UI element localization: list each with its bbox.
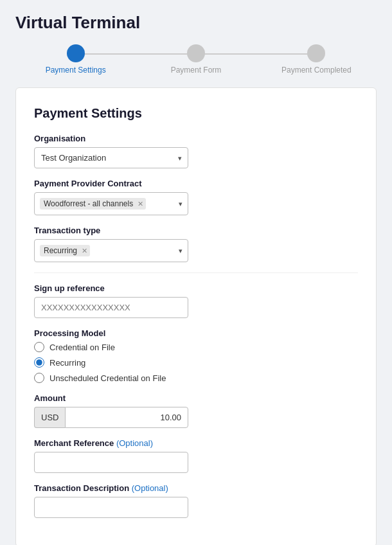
- signup-reference-input[interactable]: [34, 297, 188, 318]
- step-label-3: Payment Completed: [281, 66, 352, 75]
- transaction-description-input[interactable]: [34, 497, 188, 518]
- payment-provider-field-group: Payment Provider Contract Woodforrest - …: [34, 179, 358, 215]
- radio-unscheduled-input[interactable]: [34, 373, 44, 383]
- radio-unscheduled[interactable]: Unscheduled Credential on File: [34, 373, 358, 383]
- transaction-type-chevron-icon: ▾: [179, 247, 183, 255]
- currency-badge: USD: [34, 407, 65, 428]
- radio-recurring-label: Recurring: [49, 358, 85, 368]
- radio-credential-on-file[interactable]: Credential on File: [34, 342, 358, 352]
- processing-model-label: Processing Model: [34, 328, 358, 338]
- stepper-step-payment-completed: Payment Completed: [256, 44, 377, 75]
- radio-unscheduled-label: Unscheduled Credential on File: [49, 373, 166, 383]
- page-title: Virtual Terminal: [15, 13, 377, 33]
- radio-credential-on-file-label: Credential on File: [49, 343, 115, 352]
- payment-provider-chevron-icon: ▾: [179, 200, 183, 208]
- payment-provider-select[interactable]: Woodforrest - all channels ✕ ▾: [34, 192, 188, 215]
- step-label-2: Payment Form: [171, 66, 222, 75]
- amount-input[interactable]: [65, 407, 188, 428]
- merchant-reference-label: Merchant Reference (Optional): [34, 438, 358, 448]
- step-circle-3: [307, 44, 325, 62]
- transaction-description-label: Transaction Description (Optional): [34, 483, 358, 493]
- step-circle-1: [67, 44, 85, 62]
- organisation-select[interactable]: Test Organization: [34, 147, 188, 168]
- processing-model-field-group: Processing Model Credential on File Recu…: [34, 328, 358, 383]
- payment-settings-card: Payment Settings Organisation Test Organ…: [15, 87, 377, 545]
- transaction-type-label: Transaction type: [34, 226, 358, 235]
- radio-credential-on-file-input[interactable]: [34, 342, 44, 352]
- divider: [34, 272, 358, 273]
- step-circle-2: [187, 44, 205, 62]
- transaction-type-select[interactable]: Recurring ✕ ▾: [34, 239, 188, 262]
- payment-provider-tag: Woodforrest - all channels ✕: [40, 198, 146, 210]
- radio-recurring[interactable]: Recurring: [34, 357, 358, 368]
- merchant-reference-input[interactable]: [34, 452, 188, 473]
- stepper-step-payment-form: Payment Form: [136, 44, 256, 75]
- merchant-reference-field-group: Merchant Reference (Optional): [34, 438, 358, 473]
- transaction-type-tag-remove-icon[interactable]: ✕: [82, 247, 87, 255]
- transaction-type-field-group: Transaction type Recurring ✕ ▾: [34, 226, 358, 262]
- radio-recurring-input[interactable]: [34, 357, 44, 368]
- transaction-type-tag: Recurring ✕: [40, 245, 90, 256]
- organisation-select-wrapper[interactable]: Test Organization ▾: [34, 147, 188, 168]
- organisation-field-group: Organisation Test Organization ▾: [34, 134, 358, 168]
- amount-field-group: Amount USD: [34, 393, 358, 428]
- amount-group: USD: [34, 407, 188, 428]
- amount-label: Amount: [34, 393, 358, 403]
- processing-model-radio-group: Credential on File Recurring Unscheduled…: [34, 342, 358, 383]
- stepper-step-payment-settings: Payment Settings: [15, 44, 136, 75]
- organisation-label: Organisation: [34, 134, 358, 143]
- signup-reference-label: Sign up reference: [34, 283, 358, 293]
- payment-provider-tag-remove-icon[interactable]: ✕: [138, 200, 143, 208]
- signup-reference-field-group: Sign up reference: [34, 283, 358, 318]
- payment-provider-label: Payment Provider Contract: [34, 179, 358, 188]
- card-title: Payment Settings: [34, 106, 358, 121]
- stepper: Payment Settings Payment Form Payment Co…: [15, 44, 377, 75]
- transaction-description-field-group: Transaction Description (Optional): [34, 483, 358, 518]
- step-label-1: Payment Settings: [46, 66, 106, 75]
